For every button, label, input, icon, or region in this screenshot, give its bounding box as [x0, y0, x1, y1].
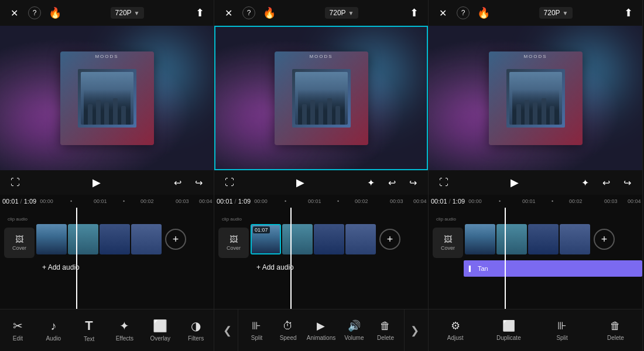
tool-audio-1[interactable]: ♪ Audio [40, 319, 66, 342]
clip-thumb-p2-2[interactable] [282, 224, 313, 254]
play-button-1[interactable]: ▶ [88, 174, 105, 191]
album-cover-1: MOODS [60, 51, 154, 145]
clip-thumb-1[interactable] [36, 224, 67, 254]
clip-thumb-p3-3[interactable] [528, 224, 559, 254]
tool-animations-2[interactable]: ▶ Animations [307, 319, 335, 341]
fire-icon-2: 🔥 [261, 5, 278, 21]
add-audio-button-1[interactable]: + Add audio [37, 259, 211, 276]
timeline-ruler-2: 00:01 / 1:09 00:00 • 00:01 • 00:02 00:03… [214, 195, 428, 208]
tool-delete-3[interactable]: 🗑 Delete [602, 320, 628, 341]
close-button-1[interactable]: ✕ [6, 5, 22, 21]
quality-selector-3[interactable]: 720P ▼ [539, 7, 573, 19]
help-button-3[interactable]: ? [457, 6, 470, 19]
redo-button-1[interactable]: ↪ [190, 174, 207, 191]
music-icon-1: ♪ [50, 319, 56, 333]
redo-button-3[interactable]: ↪ [619, 174, 635, 191]
tool-split-2[interactable]: ⊪ Split [244, 319, 269, 341]
clip-audio-label-3: clip audio [436, 216, 456, 222]
preview-1: MOODS [0, 26, 214, 170]
add-clip-button-3[interactable]: + [594, 229, 615, 250]
clip-thumb-p2-3[interactable] [314, 224, 344, 254]
fullscreen-button-3[interactable]: ⛶ [436, 174, 452, 191]
scissors-icon-1: ✂ [13, 319, 23, 333]
add-clip-button-1[interactable]: + [165, 229, 186, 250]
close-button-2[interactable]: ✕ [220, 5, 237, 21]
clip-thumb-p3-4[interactable] [560, 224, 590, 254]
fire-icon-3: 🔥 [475, 5, 492, 21]
clip-thumb-4[interactable] [131, 224, 162, 254]
top-bar-1: ✕ ? 🔥 720P ▼ ⬆ [0, 0, 214, 26]
text-track-bar[interactable]: Tan [474, 260, 642, 277]
back-arrow-button[interactable]: ❮ [217, 309, 238, 352]
playhead-2 [290, 208, 292, 309]
duplicate-icon-3: ⬜ [502, 319, 515, 332]
tool-volume-2[interactable]: 🔊 Volume [341, 319, 367, 341]
timeline-3: 00:01 / 1:09 00:00 • 00:01 • 00:02 00:03… [429, 195, 642, 309]
cover-button-1[interactable]: 🖼 Cover [4, 228, 35, 258]
magic-button-3[interactable]: ✦ [577, 174, 593, 191]
forward-arrow-button[interactable]: ❯ [404, 309, 425, 352]
timeline-content-1: clip audio 🖼 Cover [0, 208, 214, 309]
magic-button-2[interactable]: ✦ [362, 174, 379, 191]
upload-button-1[interactable]: ⬆ [191, 5, 208, 21]
overlay-icon-1: ⬜ [153, 319, 167, 333]
panel-3: ✕ ? 🔥 720P ▼ ⬆ MOODS [429, 0, 643, 351]
fullscreen-button-2[interactable]: ⛶ [221, 174, 238, 191]
help-button-2[interactable]: ? [242, 6, 255, 19]
add-audio-button-2[interactable]: + Add audio [252, 259, 426, 276]
tool-adjust-3[interactable]: ⚙ Adjust [443, 319, 468, 341]
upload-button-3[interactable]: ⬆ [620, 5, 636, 21]
play-button-3[interactable]: ▶ [506, 174, 523, 191]
clip-thumb-2[interactable] [68, 224, 98, 254]
close-button-3[interactable]: ✕ [434, 5, 451, 21]
controls-bar-1: ⛶ ▶ ↩ ↪ [0, 170, 214, 195]
tool-delete-2[interactable]: 🗑 Delete [372, 320, 398, 341]
panel-1: ✕ ? 🔥 720P ▼ ⬆ MOODS [0, 0, 214, 351]
cover-button-3[interactable]: 🖼 Cover [433, 228, 463, 258]
clips-row-2: 01:07 + [251, 224, 428, 254]
quality-selector-1[interactable]: 720P ▼ [111, 7, 145, 19]
fire-icon-1: 🔥 [47, 5, 63, 21]
moods-text-1: MOODS [95, 54, 118, 59]
timeline-content-2: clip audio 🖼 Cover 01:07 [214, 208, 428, 309]
undo-button-3[interactable]: ↩ [598, 174, 614, 191]
moods-text-3: MOODS [523, 54, 547, 59]
add-clip-button-2[interactable]: + [379, 229, 400, 250]
controls-bar-2: ⛶ ▶ ✦ ↩ ↪ [214, 170, 428, 195]
tool-duplicate-3[interactable]: ⬜ Duplicate [496, 319, 522, 341]
selected-clip-1[interactable]: 01:07 [251, 224, 281, 254]
tool-speed-2[interactable]: ⏱ Speed [275, 320, 301, 341]
tool-split-3[interactable]: ⊪ Split [549, 319, 575, 341]
cover-button-2[interactable]: 🖼 Cover [218, 228, 249, 258]
chevron-down-icon-3: ▼ [563, 10, 568, 16]
undo-button-1[interactable]: ↩ [169, 174, 186, 191]
clip-thumb-p2-4[interactable] [345, 224, 376, 254]
filters-icon-1: ◑ [191, 319, 201, 333]
undo-button-2[interactable]: ↩ [383, 174, 400, 191]
chevron-down-icon-1: ▼ [134, 10, 140, 16]
cover-icon-2: 🖼 [229, 235, 238, 244]
clip-thumb-3[interactable] [100, 224, 130, 254]
tool-text-1[interactable]: T Text [76, 318, 102, 342]
quality-selector-2[interactable]: 720P ▼ [325, 7, 359, 19]
clip-thumb-p3-2[interactable] [496, 224, 527, 254]
tool-overlay-1[interactable]: ⬜ Overlay [148, 319, 173, 342]
help-button-1[interactable]: ? [28, 6, 41, 19]
split-icon-2: ⊪ [252, 319, 261, 332]
clip-thumb-p3-1[interactable] [465, 224, 495, 254]
tool-effects-1[interactable]: ✦ Effects [112, 319, 138, 342]
tool-filters-1[interactable]: ◑ Filters [183, 319, 209, 342]
moods-text-2: MOODS [309, 54, 333, 59]
playhead-3 [505, 208, 506, 309]
text-icon-1: T [85, 318, 93, 333]
redo-button-2[interactable]: ↪ [405, 174, 421, 191]
tool-edit-1[interactable]: ✂ Edit [5, 319, 30, 342]
upload-button-2[interactable]: ⬆ [406, 5, 422, 21]
top-bar-2: ✕ ? 🔥 720P ▼ ⬆ [214, 0, 428, 26]
fullscreen-button-1[interactable]: ⛶ [7, 174, 23, 191]
delete-icon-3: 🗑 [610, 320, 621, 332]
timeline-2: 00:01 / 1:09 00:00 • 00:01 • 00:02 00:03… [214, 195, 428, 309]
bottom-toolbar-3: ⚙ Adjust ⬜ Duplicate ⊪ Split 🗑 Delete [429, 309, 642, 351]
timeline-content-3: clip audio 🖼 Cover [429, 208, 642, 309]
play-button-2[interactable]: ▶ [292, 174, 309, 191]
